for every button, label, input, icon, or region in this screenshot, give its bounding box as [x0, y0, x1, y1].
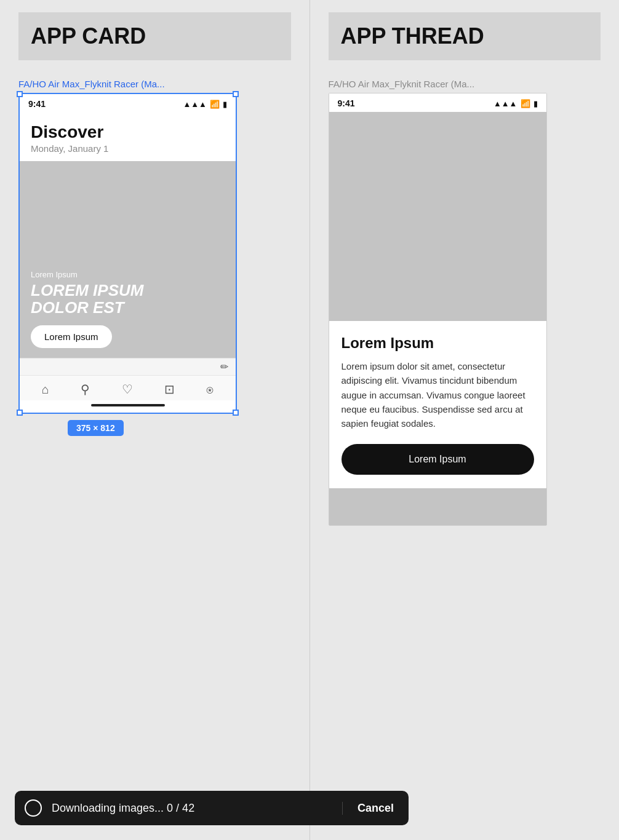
left-panel: APP CARD FA/HO Air Max_Flyknit Racer (Ma…	[0, 0, 310, 840]
phone-status-bar-right: 9:41 ▲▲▲ 📶 ▮	[329, 93, 546, 112]
thread-content-title: Lorem Ipsum	[341, 335, 534, 352]
thread-footer-image	[329, 488, 546, 525]
status-icons-left: ▲▲▲ 📶 ▮	[183, 100, 227, 109]
phone-nav-bar-left: ⌂ ⚲ ♡ ⊡ ⍟	[20, 375, 236, 400]
battery-icon: ▮	[223, 100, 227, 109]
handle-tr[interactable]	[233, 91, 239, 97]
handle-tl[interactable]	[17, 91, 23, 97]
thread-main-image	[329, 112, 546, 321]
nav-profile-icon[interactable]: ⍟	[206, 382, 214, 397]
right-phone-frame: 9:41 ▲▲▲ 📶 ▮ Lorem Ipsum Lorem ipsum dol…	[329, 93, 547, 526]
discover-title: Discover	[31, 122, 225, 142]
phone-image-left: Lorem Ipsum LOREM IPSUMDOLOR EST Lorem I…	[20, 161, 236, 358]
thread-cta-button[interactable]: Lorem Ipsum	[341, 444, 534, 475]
toast-spinner-icon	[25, 799, 42, 817]
battery-icon-right: ▮	[533, 99, 538, 108]
right-link-label: FA/HO Air Max_Flyknit Racer (Ma...	[329, 79, 601, 89]
home-bar-left	[91, 404, 165, 406]
toast-text: Downloading images... 0 / 42	[52, 802, 342, 815]
home-indicator-left	[20, 400, 236, 413]
nav-bag-icon[interactable]: ⊡	[164, 382, 175, 397]
status-time-right: 9:41	[338, 98, 355, 108]
status-time-left: 9:41	[28, 99, 46, 109]
left-panel-title: APP CARD	[31, 23, 146, 49]
handle-br[interactable]	[233, 410, 239, 416]
pencil-divider: ✏	[20, 358, 236, 375]
discover-date: Monday, January 1	[31, 143, 225, 154]
status-icons-right: ▲▲▲ 📶 ▮	[493, 99, 538, 108]
left-phone-frame: 9:41 ▲▲▲ 📶 ▮ Discover Monday, January 1 …	[18, 93, 237, 414]
left-panel-header: APP CARD	[18, 12, 291, 60]
left-link-label[interactable]: FA/HO Air Max_Flyknit Racer (Ma...	[18, 79, 291, 89]
overlay-small-text: Lorem Ipsum	[31, 270, 225, 279]
right-panel-header: APP THREAD	[329, 12, 601, 60]
overlay-title-text: LOREM IPSUMDOLOR EST	[31, 282, 225, 317]
toast-notification: Downloading images... 0 / 42 Cancel	[15, 791, 409, 825]
signal-icon: ▲▲▲	[183, 100, 207, 109]
signal-icon-right: ▲▲▲	[493, 99, 517, 108]
size-badge: 375 × 812	[18, 414, 291, 436]
right-panel: APP THREAD FA/HO Air Max_Flyknit Racer (…	[310, 0, 620, 840]
phone-status-bar-left: 9:41 ▲▲▲ 📶 ▮	[20, 94, 236, 113]
toast-cancel-button[interactable]: Cancel	[342, 802, 409, 815]
pencil-icon: ✏	[220, 361, 228, 373]
wifi-icon: 📶	[210, 100, 220, 109]
phone-header-left: Discover Monday, January 1	[20, 113, 236, 161]
thread-content-text: Lorem ipsum dolor sit amet, consectetur …	[341, 359, 534, 430]
handle-bl[interactable]	[17, 410, 23, 416]
nav-search-icon[interactable]: ⚲	[81, 382, 90, 397]
right-panel-title: APP THREAD	[341, 23, 484, 49]
thread-body: Lorem Ipsum Lorem ipsum dolor sit amet, …	[329, 321, 546, 488]
overlay-button[interactable]: Lorem Ipsum	[31, 325, 112, 348]
content-overlay: Lorem Ipsum LOREM IPSUMDOLOR EST Lorem I…	[20, 260, 236, 358]
nav-home-icon[interactable]: ⌂	[42, 382, 49, 397]
nav-heart-icon[interactable]: ♡	[122, 382, 133, 397]
wifi-icon-right: 📶	[521, 99, 530, 108]
